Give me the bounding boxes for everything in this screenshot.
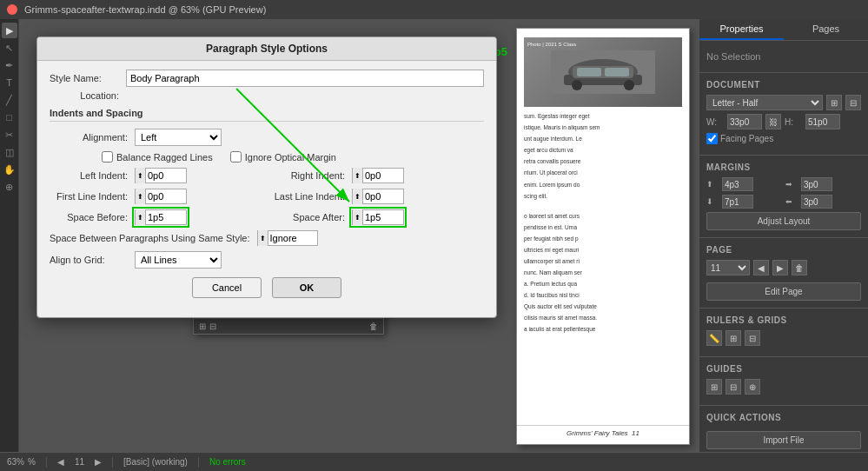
prev-page-status[interactable]: ◀ (57, 457, 64, 467)
rulers-icon[interactable]: 📏 (706, 330, 722, 346)
sep1 (46, 457, 47, 468)
guides-icon1[interactable]: ⊞ (706, 379, 722, 395)
style-status: [Basic] (working) (123, 457, 188, 467)
scissors-icon[interactable]: ✂ (2, 127, 17, 143)
between-para-spinner[interactable]: ⬆ (258, 230, 268, 246)
space-after-spinner[interactable]: ⬆ (353, 209, 363, 225)
guides-title: Guides (706, 364, 861, 374)
last-line-indent-spinner[interactable]: ⬆ (353, 189, 363, 204)
close-button[interactable] (7, 4, 17, 15)
style-label: [Basic] (working) (123, 457, 188, 467)
alignment-select[interactable]: Left Center Right Justify (135, 129, 222, 146)
space-after-input[interactable] (363, 212, 401, 222)
left-indent-spinner[interactable]: ⬆ (136, 168, 146, 183)
guides-icon3[interactable]: ⊕ (745, 379, 760, 395)
facing-pages-label: Facing Pages (720, 134, 773, 143)
ps-trash-btn[interactable]: 🗑 (369, 322, 378, 331)
last-line-indent-field: ⬆ (352, 189, 404, 204)
right-sidebar: Properties Pages No Selection Document L… (699, 19, 868, 452)
grids-icon2[interactable]: ⊟ (745, 330, 760, 346)
tab-properties[interactable]: Properties (699, 19, 784, 40)
selection-tool-icon[interactable]: ▶ (2, 23, 17, 38)
ps-delete-btn[interactable]: ⊟ (209, 322, 216, 331)
facing-pages-input[interactable] (706, 133, 718, 144)
height-input[interactable] (805, 114, 840, 129)
indesign-page: Photo | 2021 S Class (516, 28, 690, 445)
left-indent-field: ⬆ (135, 168, 187, 183)
document-section-title: Document (706, 80, 861, 90)
space-before-spinner[interactable]: ⬆ (136, 209, 146, 225)
page-text-14: nunc. Nam aliquam ser (524, 269, 682, 276)
alignment-row: Alignment: Left Center Right Justify (50, 129, 484, 146)
tab-label: Grimms-spaceafter-textwrap.indd @ 63% (G… (24, 4, 266, 15)
status-bar: 63% % ◀ 11 ▶ [Basic] (working) No errors (0, 452, 868, 471)
prev-page-btn[interactable]: ◀ (753, 260, 769, 275)
document-icon-btn1[interactable]: ⊞ (826, 95, 842, 110)
margin-right-input[interactable] (801, 177, 832, 191)
adjust-layout-button[interactable]: Adjust Layout (706, 212, 861, 230)
document-size-select[interactable]: Letter - Half (706, 95, 823, 110)
margin-bottom-label: ⬇ (706, 197, 720, 206)
gradient-icon[interactable]: ◫ (2, 144, 17, 160)
first-line-indent-input[interactable] (146, 191, 184, 202)
indent-row: Left Indent: ⬆ Right Indent: ⬆ (50, 168, 484, 183)
ignore-optical-margin-checkbox[interactable]: Ignore Optical Margin (230, 151, 336, 163)
margin-left-input[interactable] (801, 195, 832, 209)
pen-tool-icon[interactable]: ✒ (2, 57, 17, 73)
svg-point-3 (572, 80, 582, 90)
right-indent-spinner[interactable]: ⬆ (353, 168, 363, 183)
ok-button[interactable]: OK (272, 277, 341, 298)
last-line-indent-label: Last Line Indent: (267, 191, 345, 202)
page-number-select[interactable]: 11 (706, 260, 750, 275)
import-file-button[interactable]: Import File (706, 431, 861, 449)
line-indent-row: First Line Indent: ⬆ Last Line Indent: ⬆ (50, 189, 484, 204)
zoom-tool-icon[interactable]: ⊕ (2, 179, 17, 195)
between-para-field: ⬆ (257, 230, 318, 246)
page-text-12: ultricies mi eget mauri (524, 246, 682, 254)
page-text-10: pendisse in est. Urna (524, 223, 682, 231)
balance-ragged-checkbox-input[interactable] (102, 151, 113, 163)
link-icon[interactable]: ⛓ (765, 114, 781, 129)
facing-pages-checkbox[interactable]: Facing Pages (706, 133, 773, 144)
ignore-optical-checkbox-input[interactable] (230, 151, 242, 163)
line-tool-icon[interactable]: ╱ (2, 92, 17, 108)
margin-bottom-input[interactable] (722, 195, 753, 209)
first-line-indent-spinner[interactable]: ⬆ (136, 189, 146, 204)
rectangle-tool-icon[interactable]: □ (2, 109, 17, 125)
checkbox-row: Balance Ragged Lines Ignore Optical Marg… (102, 151, 484, 163)
tab-pages[interactable]: Pages (784, 19, 868, 40)
ps-add-btn[interactable]: ⊞ (199, 322, 206, 331)
align-grid-select[interactable]: All Lines None First Line Only (135, 251, 222, 269)
edit-page-button[interactable]: Edit Page (706, 282, 861, 301)
delete-page-btn[interactable]: 🗑 (792, 260, 807, 275)
balance-ragged-lines-checkbox[interactable]: Balance Ragged Lines (102, 151, 213, 163)
right-indent-input[interactable] (363, 170, 401, 181)
between-para-row: Space Between Paragraphs Using Same Styl… (50, 230, 484, 246)
footer-page: 11 (632, 429, 639, 437)
margin-left-group: ⬅ (785, 195, 861, 209)
page-photo: Photo | 2021 S Class (524, 37, 682, 107)
document-icon-btn2[interactable]: ⊟ (845, 95, 861, 110)
margin-top-input[interactable] (722, 177, 753, 191)
next-page-btn[interactable]: ▶ (772, 260, 788, 275)
direct-select-icon[interactable]: ↖ (2, 40, 17, 56)
last-line-indent-input[interactable] (363, 191, 401, 202)
width-input[interactable] (727, 114, 762, 129)
main-layout: ▶ ↖ ✒ T ╱ □ ✂ ◫ ✋ ⊕ Photo | 2021 S Class (0, 19, 868, 452)
between-para-input[interactable] (268, 233, 307, 243)
left-indent-input[interactable] (146, 170, 184, 181)
cancel-button[interactable]: Cancel (192, 277, 262, 298)
hand-tool-icon[interactable]: ✋ (2, 162, 17, 177)
no-selection-section: No Selection (699, 41, 868, 73)
page-text-9: o laoreet sit amet curs (524, 212, 682, 220)
guides-icon2[interactable]: ⊟ (726, 379, 741, 395)
style-name-input[interactable] (126, 70, 484, 87)
type-tool-icon[interactable]: T (2, 75, 17, 90)
page-text-19: a iaculis at erat pellentesque (524, 325, 682, 333)
margins-title: Margins (706, 163, 861, 172)
grids-icon[interactable]: ⊞ (726, 330, 741, 346)
alignment-label: Alignment: (50, 132, 128, 143)
sep3 (198, 457, 199, 468)
next-page-status[interactable]: ▶ (95, 457, 102, 467)
space-before-input[interactable] (146, 212, 184, 222)
